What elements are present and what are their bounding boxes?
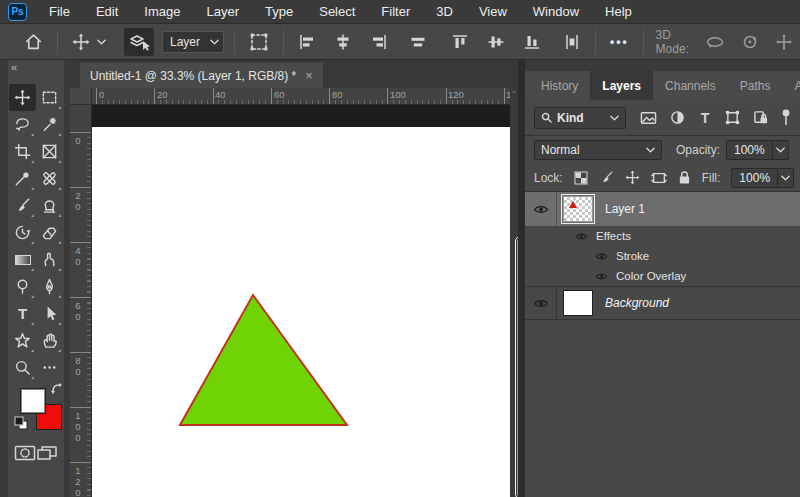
filter-smart-objects-icon[interactable] [753, 110, 768, 125]
menu-edit[interactable]: Edit [83, 0, 131, 24]
layer-row-background[interactable]: Background [525, 286, 800, 320]
menu-type[interactable]: Type [252, 0, 306, 24]
chevron-down-icon[interactable] [777, 169, 793, 187]
distribute-horizontal-button[interactable] [405, 29, 431, 55]
align-left-edges-button[interactable] [294, 29, 320, 55]
type-tool[interactable]: T [9, 300, 36, 327]
move-tool-preset-button[interactable] [68, 29, 110, 55]
lasso-tool[interactable] [9, 111, 36, 138]
eye-icon[interactable] [595, 252, 608, 261]
move-tool[interactable] [9, 84, 36, 111]
filter-pixel-layers-icon[interactable] [640, 111, 657, 125]
distribute-vertical-button[interactable] [559, 29, 585, 55]
gradient-tool[interactable] [9, 246, 36, 273]
more-options-button[interactable]: ••• [606, 31, 633, 53]
effect-color-overlay-label[interactable]: Color Overlay [616, 270, 686, 282]
clone-stamp-tool[interactable] [36, 192, 63, 219]
tab-channels[interactable]: Channels [653, 71, 728, 100]
spot-healing-brush-tool[interactable] [36, 165, 63, 192]
menu-file[interactable]: File [36, 0, 83, 24]
swap-colors-icon[interactable] [50, 382, 62, 394]
eye-icon[interactable] [595, 272, 608, 281]
scroll-up-icon[interactable]: ⌃ [510, 90, 518, 98]
vertical-scrollbar[interactable]: ⌃ [510, 88, 518, 497]
fill-field[interactable]: 100% [731, 168, 794, 188]
filter-kind-dropdown[interactable]: Kind [534, 107, 626, 129]
crop-tool[interactable] [9, 138, 36, 165]
triangle-shape[interactable] [180, 295, 347, 425]
vertical-ruler[interactable]: 0 20 40 60 80 100 120 [70, 105, 92, 497]
lock-position-icon[interactable] [625, 170, 640, 185]
effects-row[interactable]: Effects [525, 226, 800, 246]
tab-actions[interactable]: Actions [782, 71, 800, 100]
filter-adjustment-layers-icon[interactable] [670, 110, 685, 125]
lock-all-icon[interactable] [678, 170, 691, 185]
magic-wand-tool[interactable] [36, 111, 63, 138]
menu-view[interactable]: View [466, 0, 520, 24]
tab-history[interactable]: History [529, 71, 590, 100]
filter-type-layers-icon[interactable]: T [698, 110, 712, 125]
zoom-tool[interactable] [9, 354, 36, 381]
filter-pin-toggle-icon[interactable] [781, 109, 791, 126]
pen-tool[interactable] [36, 273, 63, 300]
align-right-edges-button[interactable] [366, 29, 392, 55]
threed-orbit-button[interactable] [701, 29, 729, 55]
screen-mode-button[interactable] [36, 444, 58, 462]
layer-name[interactable]: Layer 1 [605, 202, 645, 216]
layer-row-layer1[interactable]: Layer 1 [525, 192, 800, 226]
menu-image[interactable]: Image [131, 0, 193, 24]
auto-select-toggle[interactable] [124, 28, 154, 56]
blend-mode-dropdown[interactable]: Normal [534, 140, 662, 160]
panel-divider[interactable] [518, 60, 525, 497]
filter-shape-layers-icon[interactable] [725, 110, 740, 125]
menu-help[interactable]: Help [592, 0, 645, 24]
horizontal-ruler[interactable]: 0 20 40 60 80 100 120 140 [92, 88, 510, 105]
menu-window[interactable]: Window [520, 0, 592, 24]
eraser-tool[interactable] [36, 219, 63, 246]
menu-select[interactable]: Select [306, 0, 368, 24]
opacity-value[interactable]: 100% [727, 143, 772, 157]
threed-roll-button[interactable] [737, 29, 763, 55]
eyedropper-tool[interactable] [9, 165, 36, 192]
smudge-tool[interactable] [36, 246, 63, 273]
quick-mask-button[interactable] [14, 444, 36, 462]
effect-color-overlay-row[interactable]: Color Overlay [525, 266, 800, 286]
canvas-viewport[interactable] [92, 105, 510, 497]
align-top-edges-button[interactable] [447, 29, 473, 55]
dodge-tool[interactable] [9, 273, 36, 300]
path-selection-tool[interactable] [36, 300, 63, 327]
align-bottom-edges-button[interactable] [519, 29, 545, 55]
home-button[interactable] [20, 28, 47, 55]
rectangular-marquee-tool[interactable] [36, 84, 63, 111]
close-tab-icon[interactable]: × [305, 68, 313, 83]
effect-stroke-row[interactable]: Stroke [525, 246, 800, 266]
tab-layers[interactable]: Layers [590, 71, 653, 100]
tab-paths[interactable]: Paths [728, 71, 783, 100]
brush-tool[interactable] [9, 192, 36, 219]
lock-transparency-icon[interactable] [574, 171, 588, 185]
lock-pixels-icon[interactable] [599, 170, 614, 185]
visibility-toggle[interactable] [525, 192, 557, 226]
eye-icon[interactable] [575, 232, 588, 241]
edit-toolbar-button[interactable] [36, 354, 63, 381]
threed-pan-button[interactable] [771, 29, 797, 55]
document-tab[interactable]: Untitled-1 @ 33.3% (Layer 1, RGB/8) * × [80, 63, 323, 88]
show-transform-controls-toggle[interactable] [245, 28, 273, 56]
hand-tool[interactable] [36, 327, 63, 354]
ruler-origin-box[interactable] [70, 88, 92, 105]
frame-tool[interactable] [36, 138, 63, 165]
history-brush-tool[interactable] [9, 219, 36, 246]
custom-shape-tool[interactable] [9, 327, 36, 354]
menu-layer[interactable]: Layer [194, 0, 253, 24]
align-vertical-centers-button[interactable] [483, 29, 509, 55]
fill-value[interactable]: 100% [732, 171, 777, 185]
layer-thumbnail[interactable] [563, 196, 593, 222]
effects-label[interactable]: Effects [596, 230, 631, 242]
align-horizontal-centers-button[interactable] [330, 29, 356, 55]
layer-thumbnail[interactable] [563, 290, 593, 316]
menu-3d[interactable]: 3D [423, 0, 466, 24]
lock-artboard-icon[interactable] [651, 171, 667, 185]
chevron-down-icon[interactable] [772, 141, 788, 159]
default-colors-icon[interactable] [14, 416, 28, 430]
layer-name[interactable]: Background [605, 296, 669, 310]
